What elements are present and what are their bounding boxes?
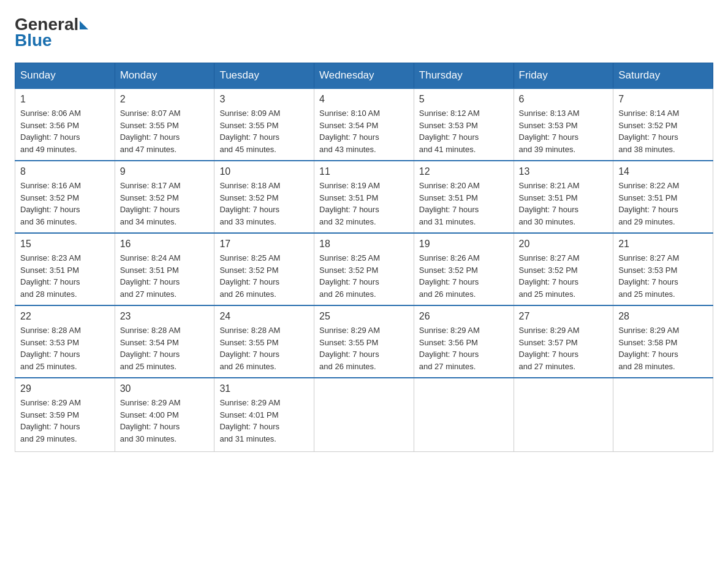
calendar-cell: 29 Sunrise: 8:29 AM Sunset: 3:59 PM Dayl… (15, 378, 115, 451)
day-info: Sunrise: 8:21 AM Sunset: 3:51 PM Dayligh… (519, 180, 609, 228)
day-info: Sunrise: 8:28 AM Sunset: 3:54 PM Dayligh… (120, 324, 210, 372)
calendar-cell: 13 Sunrise: 8:21 AM Sunset: 3:51 PM Dayl… (514, 161, 613, 233)
day-info: Sunrise: 8:24 AM Sunset: 3:51 PM Dayligh… (120, 252, 210, 300)
day-info: Sunrise: 8:09 AM Sunset: 3:55 PM Dayligh… (219, 107, 309, 155)
calendar-cell: 9 Sunrise: 8:17 AM Sunset: 3:52 PM Dayli… (115, 161, 214, 233)
day-info: Sunrise: 8:29 AM Sunset: 3:57 PM Dayligh… (519, 324, 609, 372)
calendar-cell (613, 378, 713, 451)
day-info: Sunrise: 8:28 AM Sunset: 3:55 PM Dayligh… (219, 324, 309, 372)
day-info: Sunrise: 8:25 AM Sunset: 3:52 PM Dayligh… (219, 252, 309, 300)
day-number: 2 (120, 94, 210, 105)
calendar-cell: 19 Sunrise: 8:26 AM Sunset: 3:52 PM Dayl… (414, 233, 514, 305)
day-info: Sunrise: 8:27 AM Sunset: 3:52 PM Dayligh… (519, 252, 609, 300)
logo-blue-text: Blue (15, 31, 52, 50)
day-number: 21 (618, 239, 708, 250)
calendar-cell: 16 Sunrise: 8:24 AM Sunset: 3:51 PM Dayl… (115, 233, 214, 305)
day-number: 1 (20, 94, 110, 105)
day-number: 17 (219, 239, 309, 250)
day-number: 16 (120, 239, 210, 250)
day-info: Sunrise: 8:29 AM Sunset: 3:58 PM Dayligh… (618, 324, 708, 372)
calendar-header-saturday: Saturday (613, 63, 713, 89)
day-info: Sunrise: 8:14 AM Sunset: 3:52 PM Dayligh… (618, 107, 708, 155)
calendar-cell: 20 Sunrise: 8:27 AM Sunset: 3:52 PM Dayl… (514, 233, 613, 305)
calendar-week-row: 15 Sunrise: 8:23 AM Sunset: 3:51 PM Dayl… (15, 233, 713, 305)
day-number: 5 (419, 94, 509, 105)
calendar-cell: 18 Sunrise: 8:25 AM Sunset: 3:52 PM Dayl… (314, 233, 414, 305)
day-number: 23 (120, 311, 210, 322)
day-info: Sunrise: 8:13 AM Sunset: 3:53 PM Dayligh… (519, 107, 609, 155)
day-number: 31 (219, 383, 309, 394)
day-number: 12 (419, 166, 509, 177)
day-number: 20 (519, 239, 609, 250)
calendar-cell: 25 Sunrise: 8:29 AM Sunset: 3:55 PM Dayl… (314, 305, 414, 378)
day-number: 7 (618, 94, 708, 105)
calendar-cell: 2 Sunrise: 8:07 AM Sunset: 3:55 PM Dayli… (115, 88, 214, 161)
day-info: Sunrise: 8:26 AM Sunset: 3:52 PM Dayligh… (419, 252, 509, 300)
calendar-cell: 28 Sunrise: 8:29 AM Sunset: 3:58 PM Dayl… (613, 305, 713, 378)
day-info: Sunrise: 8:06 AM Sunset: 3:56 PM Dayligh… (20, 107, 110, 155)
day-number: 11 (319, 166, 409, 177)
day-info: Sunrise: 8:28 AM Sunset: 3:53 PM Dayligh… (20, 324, 110, 372)
calendar-cell: 15 Sunrise: 8:23 AM Sunset: 3:51 PM Dayl… (15, 233, 115, 305)
calendar-cell: 22 Sunrise: 8:28 AM Sunset: 3:53 PM Dayl… (15, 305, 115, 378)
day-number: 24 (219, 311, 309, 322)
calendar-cell: 7 Sunrise: 8:14 AM Sunset: 3:52 PM Dayli… (613, 88, 713, 161)
day-number: 15 (20, 239, 110, 250)
calendar-header-thursday: Thursday (414, 63, 514, 89)
day-number: 28 (618, 311, 708, 322)
calendar-header-tuesday: Tuesday (214, 63, 314, 89)
calendar-cell: 1 Sunrise: 8:06 AM Sunset: 3:56 PM Dayli… (15, 88, 115, 161)
calendar-cell: 23 Sunrise: 8:28 AM Sunset: 3:54 PM Dayl… (115, 305, 214, 378)
calendar-cell: 27 Sunrise: 8:29 AM Sunset: 3:57 PM Dayl… (514, 305, 613, 378)
day-info: Sunrise: 8:07 AM Sunset: 3:55 PM Dayligh… (120, 107, 210, 155)
day-info: Sunrise: 8:23 AM Sunset: 3:51 PM Dayligh… (20, 252, 110, 300)
day-info: Sunrise: 8:12 AM Sunset: 3:53 PM Dayligh… (419, 107, 509, 155)
day-info: Sunrise: 8:29 AM Sunset: 3:56 PM Dayligh… (419, 324, 509, 372)
calendar-week-row: 29 Sunrise: 8:29 AM Sunset: 3:59 PM Dayl… (15, 378, 713, 451)
day-number: 19 (419, 239, 509, 250)
day-number: 4 (319, 94, 409, 105)
calendar-header-wednesday: Wednesday (314, 63, 414, 89)
calendar-header-row: SundayMondayTuesdayWednesdayThursdayFrid… (15, 63, 713, 89)
day-number: 25 (319, 311, 409, 322)
day-number: 29 (20, 383, 110, 394)
day-number: 6 (519, 94, 609, 105)
calendar-week-row: 1 Sunrise: 8:06 AM Sunset: 3:56 PM Dayli… (15, 88, 713, 161)
day-number: 8 (20, 166, 110, 177)
day-number: 14 (618, 166, 708, 177)
day-info: Sunrise: 8:10 AM Sunset: 3:54 PM Dayligh… (319, 107, 409, 155)
calendar-cell: 10 Sunrise: 8:18 AM Sunset: 3:52 PM Dayl… (214, 161, 314, 233)
calendar-cell: 26 Sunrise: 8:29 AM Sunset: 3:56 PM Dayl… (414, 305, 514, 378)
calendar-week-row: 22 Sunrise: 8:28 AM Sunset: 3:53 PM Dayl… (15, 305, 713, 378)
day-number: 22 (20, 311, 110, 322)
calendar-cell: 17 Sunrise: 8:25 AM Sunset: 3:52 PM Dayl… (214, 233, 314, 305)
day-info: Sunrise: 8:22 AM Sunset: 3:51 PM Dayligh… (618, 180, 708, 228)
calendar-week-row: 8 Sunrise: 8:16 AM Sunset: 3:52 PM Dayli… (15, 161, 713, 233)
calendar-header-friday: Friday (514, 63, 613, 89)
calendar-cell (414, 378, 514, 451)
calendar-cell (314, 378, 414, 451)
day-number: 13 (519, 166, 609, 177)
day-number: 26 (419, 311, 509, 322)
logo: General Blue (15, 15, 88, 50)
calendar-cell: 4 Sunrise: 8:10 AM Sunset: 3:54 PM Dayli… (314, 88, 414, 161)
day-info: Sunrise: 8:29 AM Sunset: 4:01 PM Dayligh… (219, 397, 309, 445)
day-info: Sunrise: 8:16 AM Sunset: 3:52 PM Dayligh… (20, 180, 110, 228)
calendar-cell: 14 Sunrise: 8:22 AM Sunset: 3:51 PM Dayl… (613, 161, 713, 233)
day-info: Sunrise: 8:29 AM Sunset: 3:59 PM Dayligh… (20, 397, 110, 445)
calendar-cell: 11 Sunrise: 8:19 AM Sunset: 3:51 PM Dayl… (314, 161, 414, 233)
day-info: Sunrise: 8:19 AM Sunset: 3:51 PM Dayligh… (319, 180, 409, 228)
calendar-cell: 21 Sunrise: 8:27 AM Sunset: 3:53 PM Dayl… (613, 233, 713, 305)
day-info: Sunrise: 8:20 AM Sunset: 3:51 PM Dayligh… (419, 180, 509, 228)
day-info: Sunrise: 8:29 AM Sunset: 3:55 PM Dayligh… (319, 324, 409, 372)
day-number: 18 (319, 239, 409, 250)
logo-arrow-icon (80, 21, 88, 29)
calendar-cell: 6 Sunrise: 8:13 AM Sunset: 3:53 PM Dayli… (514, 88, 613, 161)
day-number: 3 (219, 94, 309, 105)
calendar-header-sunday: Sunday (15, 63, 115, 89)
calendar-cell: 3 Sunrise: 8:09 AM Sunset: 3:55 PM Dayli… (214, 88, 314, 161)
day-number: 9 (120, 166, 210, 177)
calendar-cell (514, 378, 613, 451)
calendar-cell: 24 Sunrise: 8:28 AM Sunset: 3:55 PM Dayl… (214, 305, 314, 378)
calendar-header-monday: Monday (115, 63, 214, 89)
